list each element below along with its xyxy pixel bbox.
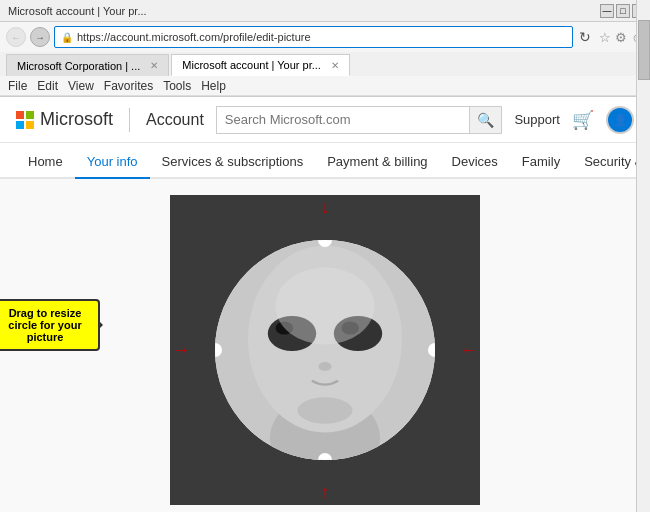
arrow-bottom: ↑ <box>321 482 330 503</box>
site-header: Microsoft Account 🔍 Support 🛒 👤 <box>0 97 650 143</box>
crop-circle[interactable]: TenForums.com <box>215 240 435 460</box>
maximize-button[interactable]: □ <box>616 4 630 18</box>
nav-devices[interactable]: Devices <box>440 154 510 179</box>
tab-close-icon[interactable]: ✕ <box>150 60 158 71</box>
menu-view[interactable]: View <box>68 79 94 93</box>
tab-label-active: Microsoft account | Your pr... <box>182 59 321 71</box>
nav-your-info[interactable]: Your info <box>75 154 150 179</box>
logo-sq-blue <box>16 121 24 129</box>
ms-logo-text: Microsoft <box>40 109 113 130</box>
menu-tools[interactable]: Tools <box>163 79 191 93</box>
support-link[interactable]: Support <box>514 112 560 127</box>
menu-edit[interactable]: Edit <box>37 79 58 93</box>
site-nav: Home Your info Services & subscriptions … <box>0 143 650 179</box>
handle-bottom[interactable] <box>318 453 332 460</box>
scrollbar[interactable] <box>636 0 650 512</box>
tab-ms-account[interactable]: Microsoft account | Your pr... ✕ <box>171 54 350 76</box>
resize-tooltip: Drag to resize circle for your picture <box>0 299 100 351</box>
settings-icon[interactable]: ⚙ <box>615 30 627 45</box>
address-bar[interactable]: 🔒 https://account.microsoft.com/profile/… <box>54 26 573 48</box>
logo-sq-yellow <box>26 121 34 129</box>
nav-services[interactable]: Services & subscriptions <box>150 154 316 179</box>
user-avatar[interactable]: 👤 <box>606 106 634 134</box>
alien-image: TenForums.com <box>215 240 435 460</box>
minimize-button[interactable]: — <box>600 4 614 18</box>
browser-nav: ← → 🔒 https://account.microsoft.com/prof… <box>0 22 650 52</box>
star-icon[interactable]: ☆ <box>599 30 611 45</box>
lock-icon: 🔒 <box>61 32 73 43</box>
search-input[interactable] <box>217 112 470 127</box>
ms-logo[interactable]: Microsoft <box>16 109 113 130</box>
search-box[interactable]: 🔍 <box>216 106 503 134</box>
svg-point-10 <box>298 397 353 423</box>
scrollbar-thumb[interactable] <box>638 20 650 80</box>
logo-sq-red <box>16 111 24 119</box>
tab-bar: Microsoft Corporation | ... ✕ Microsoft … <box>0 52 650 76</box>
forward-button[interactable]: → <box>30 27 50 47</box>
menu-favorites[interactable]: Favorites <box>104 79 153 93</box>
main-content: Drag to resize circle for your picture ↓… <box>0 179 650 512</box>
address-text: https://account.microsoft.com/profile/ed… <box>77 31 311 43</box>
header-right: Support 🛒 👤 <box>514 106 634 134</box>
tab-label: Microsoft Corporation | ... <box>17 60 140 72</box>
url-text: https://account.microsoft.com/profile/ed… <box>77 31 311 43</box>
header-divider <box>129 108 130 132</box>
nav-home[interactable]: Home <box>16 154 75 179</box>
arrow-right: ← <box>460 340 478 361</box>
tab-microsoft-corp[interactable]: Microsoft Corporation | ... ✕ <box>6 54 169 76</box>
browser-bar: ← → 🔒 https://account.microsoft.com/prof… <box>0 22 650 97</box>
nav-payment[interactable]: Payment & billing <box>315 154 439 179</box>
svg-point-9 <box>276 268 375 345</box>
menu-help[interactable]: Help <box>201 79 226 93</box>
handle-right[interactable] <box>428 343 435 357</box>
search-button[interactable]: 🔍 <box>469 107 501 133</box>
cart-icon[interactable]: 🛒 <box>572 109 594 131</box>
nav-family[interactable]: Family <box>510 154 572 179</box>
refresh-button[interactable]: ↻ <box>579 29 591 45</box>
tab-close-active-icon[interactable]: ✕ <box>331 60 339 71</box>
window-title: Microsoft account | Your pr... <box>4 5 147 17</box>
account-label: Account <box>146 111 204 129</box>
menu-bar: File Edit View Favorites Tools Help <box>0 76 650 96</box>
ms-logo-grid <box>16 111 34 129</box>
arrow-left: → <box>172 340 190 361</box>
svg-point-8 <box>318 362 331 371</box>
window-titlebar: Microsoft account | Your pr... — □ ✕ <box>0 0 650 22</box>
image-editor[interactable]: ↓ ↑ → ← <box>170 195 480 505</box>
back-button[interactable]: ← <box>6 27 26 47</box>
arrow-top: ↓ <box>321 197 330 218</box>
menu-file[interactable]: File <box>8 79 27 93</box>
logo-sq-green <box>26 111 34 119</box>
